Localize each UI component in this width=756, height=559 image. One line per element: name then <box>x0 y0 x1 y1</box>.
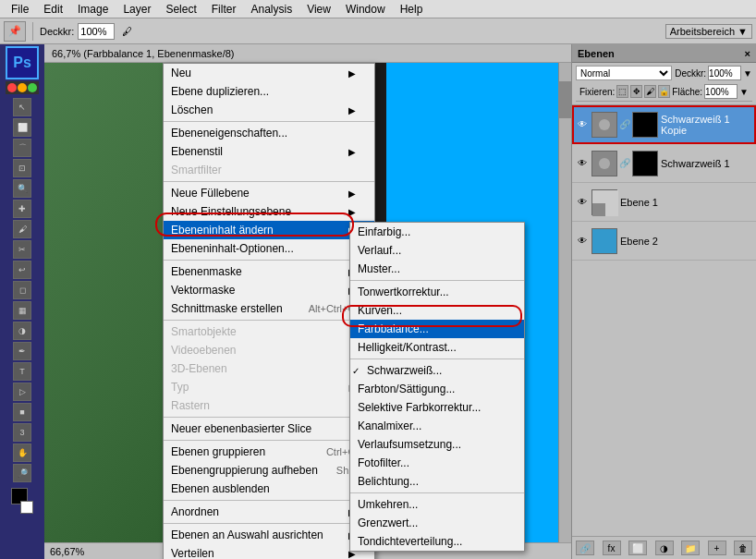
layer-mask-btn[interactable]: ⬜ <box>628 541 647 555</box>
layer-3-eye[interactable]: 👁 <box>576 235 589 248</box>
menu-image[interactable]: Image <box>70 1 116 18</box>
layer-group-btn[interactable]: 📁 <box>681 541 700 555</box>
layer-1-eye[interactable]: 👁 <box>576 157 589 170</box>
menu-content-options[interactable]: Ebeneninhalt-Optionen... <box>164 239 374 258</box>
menu-help[interactable]: Help <box>393 1 431 18</box>
tool-eraser[interactable]: ◻ <box>13 281 31 299</box>
menu-delete[interactable]: Löschen ▶ <box>164 101 374 119</box>
submenu-gradmap[interactable]: Verlaufsumsetzung... <box>350 435 524 454</box>
tool-clone[interactable]: ✂ <box>13 240 31 259</box>
submenu-posterize[interactable]: Tondichteverteilung... <box>350 532 524 551</box>
dot-green[interactable] <box>28 83 37 92</box>
menu-layer[interactable]: Layer <box>116 1 158 18</box>
tool-type[interactable]: T <box>13 362 31 381</box>
fill-input[interactable] <box>704 84 738 99</box>
submenu-channel[interactable]: Kanalmixer... <box>350 417 524 435</box>
layer-2-eye[interactable]: 👁 <box>576 196 589 209</box>
tool-dodge[interactable]: ◑ <box>13 322 31 340</box>
layer-new-btn[interactable]: + <box>708 541 726 555</box>
menu-duplicate[interactable]: Ebene duplizieren... <box>164 82 374 101</box>
submenu-colorbalance[interactable]: Farbbalance... <box>350 320 524 338</box>
menu-group[interactable]: Ebenen gruppieren Ctrl+G <box>164 443 374 461</box>
submenu-solid[interactable]: Einfarbig... <box>350 223 524 241</box>
menu-ungroup[interactable]: Ebenengruppierung aufheben Shift+Ctrl+G <box>164 461 374 480</box>
opacity-input[interactable] <box>708 66 741 80</box>
menu-arrange[interactable]: Anordnen ▶ <box>164 503 374 521</box>
menu-filter[interactable]: Filter <box>204 1 244 18</box>
tool-heal[interactable]: ✚ <box>13 200 31 218</box>
layer-item-0[interactable]: 👁 🔗 Schwarzweiß 1 Kopie <box>572 105 756 144</box>
bg-color[interactable] <box>20 501 33 514</box>
tool-eyedropper[interactable]: 🔍 <box>13 179 31 198</box>
submenu-curves[interactable]: Kurven... <box>350 301 524 320</box>
layer-link-btn[interactable]: 🔗 <box>576 541 594 555</box>
menu-adjustment-layer[interactable]: Neue Einstellungsebene ▶ <box>164 202 374 221</box>
dot-yellow[interactable] <box>18 83 27 92</box>
scrollbar-vertical[interactable] <box>558 63 571 542</box>
submenu-hue[interactable]: Farbton/Sättigung... <box>350 380 524 398</box>
menu-style[interactable]: Ebenenstil ▶ <box>164 142 374 161</box>
layer-item-2[interactable]: 👁 Ebene 1 <box>572 183 756 222</box>
tool-lasso[interactable]: ⌒ <box>13 139 31 157</box>
tool-crop[interactable]: ⊡ <box>13 159 31 177</box>
submenu-levels[interactable]: Tonwertkorrektur... <box>350 283 524 301</box>
submenu-bw[interactable]: ✓ Schwarzweiß... <box>350 361 524 380</box>
menu-align[interactable]: Ebenen an Auswahl ausrichten ▶ <box>164 526 374 544</box>
submenu-photofilter[interactable]: Fotofilter... <box>350 454 524 472</box>
tool-pen[interactable]: ✒ <box>13 342 31 360</box>
menu-layer-mask[interactable]: Ebenenmaske ▶ <box>164 262 374 281</box>
layer-item-1[interactable]: 👁 🔗 Schwarzweiß 1 <box>572 144 756 183</box>
menu-new-slice[interactable]: Neuer ebenenbasierter Slice <box>164 419 374 438</box>
arbeitsbereich-dropdown[interactable]: Arbeitsbereich ▼ <box>665 24 752 39</box>
submenu-invert[interactable]: Umkehren... <box>350 495 524 514</box>
tool-move[interactable]: ↖ <box>13 98 31 116</box>
menu-hide[interactable]: Ebenen ausblenden <box>164 480 374 498</box>
submenu-pattern[interactable]: Muster... <box>350 260 524 278</box>
fix-icon-1[interactable]: ⬚ <box>616 85 628 98</box>
color-swatches[interactable] <box>7 488 37 514</box>
submenu-threshold[interactable]: Grenzwert... <box>350 514 524 532</box>
menu-select[interactable]: Select <box>158 1 203 18</box>
layer-fx-btn[interactable]: fx <box>603 541 621 555</box>
fill-arrow[interactable]: ▼ <box>739 87 749 97</box>
menu-vector-mask[interactable]: Vektormaske ▶ <box>164 281 374 299</box>
fix-icon-2[interactable]: ✥ <box>630 85 642 98</box>
blend-mode-select[interactable]: Normal <box>576 66 672 80</box>
submenu-brightness[interactable]: Helligkeit/Kontrast... <box>350 338 524 357</box>
menu-analysis[interactable]: Analysis <box>243 1 299 18</box>
tool-gradient[interactable]: ▦ <box>13 301 31 320</box>
tool-shape[interactable]: ■ <box>13 403 31 421</box>
toolbar-zoom-input[interactable] <box>78 23 115 40</box>
layer-0-eye[interactable]: 👁 <box>576 118 589 131</box>
submenu-selective[interactable]: Selektive Farbkorrektur... <box>350 398 524 417</box>
menu-view[interactable]: View <box>299 1 338 18</box>
tool-marquee[interactable]: ⬜ <box>13 118 31 137</box>
menu-window[interactable]: Window <box>338 1 393 18</box>
fix-icon-3[interactable]: 🖌 <box>644 85 656 98</box>
fix-icon-4[interactable]: 🔒 <box>658 85 670 98</box>
menu-distribute[interactable]: Verteilen ▶ <box>164 544 374 559</box>
menu-clipping-mask[interactable]: Schnittmaske erstellen Alt+Ctrl+G <box>164 299 374 318</box>
toolbar-pin-btn[interactable]: 📌 <box>4 21 26 42</box>
tool-zoom[interactable]: 🔎 <box>13 464 31 482</box>
menu-file[interactable]: File <box>4 1 36 18</box>
submenu-exposure[interactable]: Belichtung... <box>350 472 524 491</box>
menu-fill-layer[interactable]: Neue Füllebene ▶ <box>164 184 374 202</box>
tool-3d[interactable]: 3 <box>13 423 31 442</box>
layer-item-3[interactable]: 👁 Ebene 2 <box>572 222 756 261</box>
submenu-gradient[interactable]: Verlauf... <box>350 241 524 260</box>
menu-change-content[interactable]: Ebeneninhalt ändern ▶ <box>164 221 374 239</box>
menu-new[interactable]: Neu ▶ <box>164 64 374 82</box>
tool-path-select[interactable]: ▷ <box>13 383 31 401</box>
menu-edit[interactable]: Edit <box>36 1 70 18</box>
layer-delete-btn[interactable]: 🗑 <box>734 541 752 555</box>
layers-close-btn[interactable]: × <box>745 48 750 59</box>
tool-hand[interactable]: ✋ <box>13 444 31 462</box>
opacity-arrow[interactable]: ▼ <box>743 68 752 79</box>
tool-history[interactable]: ↩ <box>13 261 31 279</box>
layer-adjustment-btn[interactable]: ◑ <box>655 541 674 555</box>
dot-red[interactable] <box>7 83 17 92</box>
tool-brush[interactable]: 🖌 <box>13 220 31 238</box>
scrollbar-thumb[interactable] <box>559 81 571 118</box>
menu-properties[interactable]: Ebeneneigenschaften... <box>164 124 374 142</box>
